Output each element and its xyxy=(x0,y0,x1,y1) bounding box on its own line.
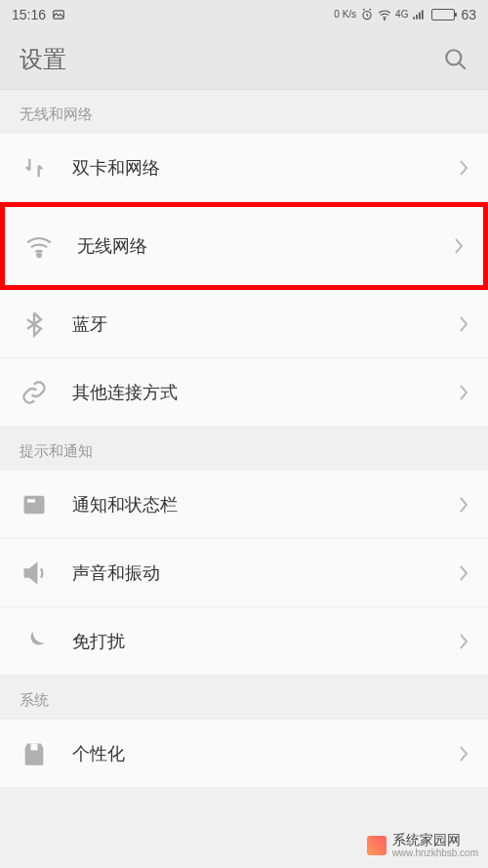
section-header-system: 系统 xyxy=(0,676,488,720)
list-item-label: 通知和状态栏 xyxy=(72,493,459,517)
personalize-icon xyxy=(20,739,49,768)
moon-icon xyxy=(20,627,49,656)
list-item-label: 其他连接方式 xyxy=(72,381,459,404)
bluetooth-icon xyxy=(20,310,49,339)
search-icon[interactable] xyxy=(443,47,468,72)
dual-sim-icon xyxy=(20,153,49,183)
wifi-status-icon xyxy=(378,8,391,21)
signal-4g-label: 4G xyxy=(395,10,408,20)
svg-rect-5 xyxy=(419,13,421,20)
watermark-logo-icon xyxy=(367,836,386,855)
svg-rect-11 xyxy=(31,743,38,750)
page-title: 设置 xyxy=(20,44,66,75)
list-item-label: 蓝牙 xyxy=(72,312,459,336)
chevron-right-icon xyxy=(459,745,468,763)
wifi-icon xyxy=(24,231,54,261)
signal-bars-icon xyxy=(412,8,426,21)
list-item-other-connections[interactable]: 其他连接方式 xyxy=(0,358,488,427)
section-header-wireless: 无线和网络 xyxy=(0,90,488,134)
chevron-right-icon xyxy=(459,315,468,333)
svg-rect-4 xyxy=(417,15,419,20)
chevron-right-icon xyxy=(459,159,468,177)
status-time: 15:16 xyxy=(12,7,46,22)
watermark: 系统家园网 www.hnzkhbsb.com xyxy=(367,833,478,858)
list-item-label: 免打扰 xyxy=(72,630,459,653)
network-speed: 0 K/s xyxy=(334,10,356,20)
svg-point-7 xyxy=(446,50,461,64)
svg-rect-9 xyxy=(24,495,45,514)
svg-rect-6 xyxy=(422,10,424,19)
header: 设置 xyxy=(0,29,488,90)
list-item-sound[interactable]: 声音和振动 xyxy=(0,539,488,607)
list-item-dual-sim[interactable]: 双卡和网络 xyxy=(0,134,488,202)
section-header-notifications: 提示和通知 xyxy=(0,427,488,471)
battery-icon xyxy=(429,8,457,21)
highlight-box: 无线网络 xyxy=(0,202,488,290)
list-item-dnd[interactable]: 免打扰 xyxy=(0,607,488,676)
chevron-right-icon xyxy=(459,496,468,514)
list-item-label: 无线网络 xyxy=(77,234,454,258)
picture-icon xyxy=(52,8,65,21)
list-item-status-bar[interactable]: 通知和状态栏 xyxy=(0,471,488,539)
battery-percent: 63 xyxy=(461,7,476,22)
watermark-main: 系统家园网 xyxy=(392,833,478,847)
alarm-icon xyxy=(360,8,374,21)
list-item-label: 双卡和网络 xyxy=(72,156,459,180)
sound-icon xyxy=(20,558,49,588)
list-item-label: 个性化 xyxy=(72,742,459,765)
chevron-right-icon xyxy=(459,633,468,650)
link-icon xyxy=(20,378,49,407)
chevron-right-icon xyxy=(454,237,464,255)
svg-point-2 xyxy=(384,19,385,20)
list-item-personalize[interactable]: 个性化 xyxy=(0,720,488,788)
list-item-bluetooth[interactable]: 蓝牙 xyxy=(0,290,488,358)
chevron-right-icon xyxy=(459,384,468,401)
svg-point-8 xyxy=(37,254,41,258)
svg-rect-3 xyxy=(414,17,416,19)
notification-icon xyxy=(20,490,49,519)
svg-rect-10 xyxy=(27,499,35,503)
list-item-wifi[interactable]: 无线网络 xyxy=(5,207,483,285)
chevron-right-icon xyxy=(459,564,468,582)
status-bar: 15:16 0 K/s 4G 63 xyxy=(0,0,488,29)
list-item-label: 声音和振动 xyxy=(72,561,459,585)
watermark-sub: www.hnzkhbsb.com xyxy=(392,847,478,858)
